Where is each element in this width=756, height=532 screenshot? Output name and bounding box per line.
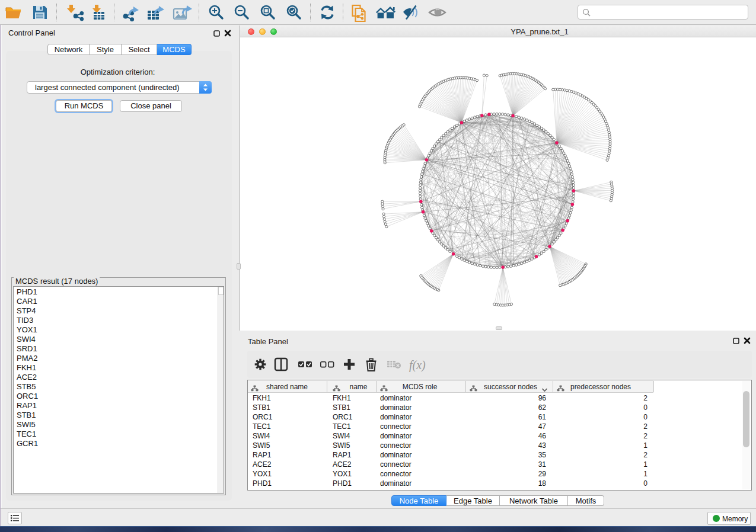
svg-text:f(x): f(x) [409, 358, 426, 372]
